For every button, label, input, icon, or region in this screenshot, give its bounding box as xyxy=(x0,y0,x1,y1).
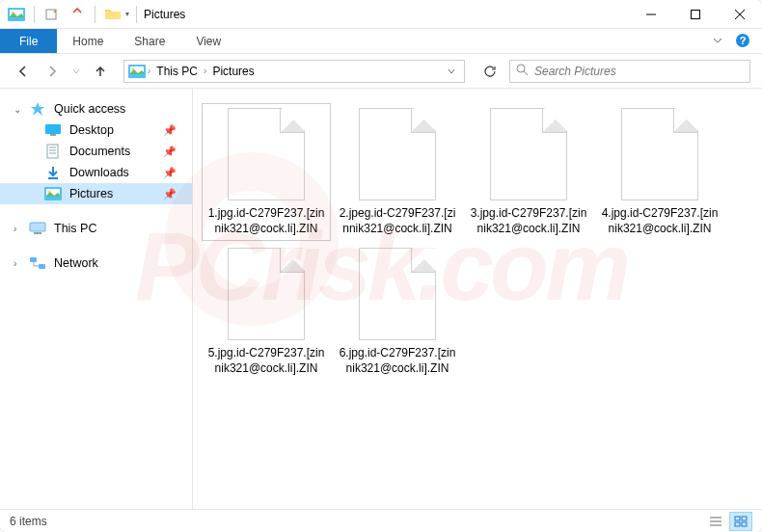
chevron-right-icon[interactable]: › xyxy=(148,66,150,76)
svg-text:?: ? xyxy=(740,35,747,46)
nav-up-button[interactable] xyxy=(89,60,112,83)
sidebar-this-pc[interactable]: › This PC xyxy=(0,218,192,239)
file-name: 5.jpg.id-C279F237.[zinnik321@cock.li].ZI… xyxy=(206,346,326,376)
help-icon[interactable]: ? xyxy=(735,33,750,52)
sidebar-item-label: Downloads xyxy=(69,166,129,179)
file-item[interactable]: 4.jpg.id-C279F237.[zinnik321@cock.li].ZI… xyxy=(596,104,723,240)
svg-rect-25 xyxy=(30,223,45,231)
refresh-button[interactable] xyxy=(476,60,503,83)
file-thumbnail-icon xyxy=(228,108,305,200)
svg-rect-17 xyxy=(47,145,58,158)
chevron-right-icon[interactable]: › xyxy=(204,66,206,76)
address-bar[interactable]: › This PC › Pictures xyxy=(123,60,465,83)
downloads-icon xyxy=(44,164,62,181)
quick-access-properties-icon[interactable] xyxy=(67,4,88,25)
nav-toolbar: › This PC › Pictures xyxy=(0,54,762,89)
svg-rect-33 xyxy=(742,517,747,520)
svg-rect-32 xyxy=(735,517,740,520)
file-thumbnail-icon xyxy=(359,248,436,340)
svg-rect-35 xyxy=(742,522,747,526)
qat-dropdown-icon[interactable]: ▾ xyxy=(125,10,129,18)
ribbon-expand-icon[interactable] xyxy=(712,33,723,50)
nav-back-button[interactable] xyxy=(12,60,35,83)
caret-right-icon[interactable]: › xyxy=(14,224,16,234)
pictures-icon xyxy=(44,185,62,202)
desktop-icon xyxy=(44,121,62,139)
folder-icon xyxy=(102,4,123,25)
content-pane[interactable]: 1.jpg.id-C279F237.[zinnik321@cock.li].ZI… xyxy=(193,89,762,509)
minimize-button[interactable] xyxy=(629,0,673,29)
caret-right-icon[interactable]: › xyxy=(14,258,16,269)
address-location-icon xyxy=(128,63,146,80)
maximize-button[interactable] xyxy=(673,0,718,29)
documents-icon xyxy=(44,143,62,160)
ribbon-tab-home[interactable]: Home xyxy=(57,29,119,53)
ribbon-tab-view[interactable]: View xyxy=(180,29,236,53)
sidebar-item-documents[interactable]: Documents 📌 xyxy=(0,141,192,162)
star-icon xyxy=(29,100,46,118)
file-item[interactable]: 6.jpg.id-C279F237.[zinnik321@cock.li].ZI… xyxy=(334,244,461,380)
search-icon xyxy=(516,63,529,80)
nav-recent-dropdown[interactable] xyxy=(69,60,83,83)
file-item[interactable]: 5.jpg.id-C279F237.[zinnik321@cock.li].ZI… xyxy=(203,244,330,380)
quick-access-new-icon[interactable] xyxy=(41,4,63,25)
search-box[interactable] xyxy=(509,60,750,83)
ribbon-file-tab[interactable]: File xyxy=(0,29,57,53)
view-thumbnails-button[interactable] xyxy=(729,512,752,531)
view-details-button[interactable] xyxy=(704,512,727,531)
breadcrumb-this-pc[interactable]: This PC xyxy=(152,65,202,78)
address-dropdown-icon[interactable] xyxy=(443,63,460,80)
file-name: 4.jpg.id-C279F237.[zinnik321@cock.li].ZI… xyxy=(600,206,720,236)
sidebar-item-label: Documents xyxy=(69,145,130,158)
status-bar: 6 items xyxy=(0,509,762,532)
title-bar: ▾ Pictures xyxy=(0,0,762,29)
sidebar-label: Quick access xyxy=(54,102,125,116)
svg-rect-27 xyxy=(30,257,37,262)
file-item[interactable]: 1.jpg.id-C279F237.[zinnik321@cock.li].ZI… xyxy=(203,104,330,240)
sidebar-label: Network xyxy=(54,256,98,270)
pin-icon: 📌 xyxy=(163,146,177,158)
pin-icon: 📌 xyxy=(163,124,177,137)
sidebar-item-downloads[interactable]: Downloads 📌 xyxy=(0,162,192,183)
svg-point-13 xyxy=(517,65,525,72)
file-thumbnail-icon xyxy=(228,248,305,340)
svg-rect-5 xyxy=(692,10,700,18)
computer-icon xyxy=(29,220,46,237)
close-button[interactable] xyxy=(718,0,762,29)
sidebar-item-desktop[interactable]: Desktop 📌 xyxy=(0,120,192,141)
pin-icon: 📌 xyxy=(163,167,177,179)
status-item-count: 6 items xyxy=(10,515,47,528)
file-name: 3.jpg.id-C279F237.[zinnik321@cock.li].ZI… xyxy=(469,206,588,236)
pin-icon: 📌 xyxy=(163,188,177,200)
network-icon xyxy=(29,254,46,272)
file-thumbnail-icon xyxy=(359,108,436,200)
file-item[interactable]: 2.jpeg.id-C279F237.[zinnik321@cock.li].Z… xyxy=(334,104,461,240)
sidebar-item-label: Pictures xyxy=(69,187,113,200)
svg-rect-34 xyxy=(735,522,740,526)
file-thumbnail-icon xyxy=(621,108,698,200)
svg-line-14 xyxy=(524,71,528,75)
svg-rect-15 xyxy=(45,124,61,134)
nav-forward-button[interactable] xyxy=(41,60,64,83)
file-name: 6.jpg.id-C279F237.[zinnik321@cock.li].ZI… xyxy=(338,346,457,376)
sidebar: ⌄ Quick access Desktop 📌 Documents 📌 Dow xyxy=(0,89,193,509)
search-input[interactable] xyxy=(534,65,744,78)
ribbon-tab-share[interactable]: Share xyxy=(119,29,180,53)
file-name: 2.jpeg.id-C279F237.[zinnik321@cock.li].Z… xyxy=(338,206,457,236)
sidebar-network[interactable]: › Network xyxy=(0,253,192,274)
file-name: 1.jpg.id-C279F237.[zinnik321@cock.li].ZI… xyxy=(206,206,326,236)
ribbon: File Home Share View ? xyxy=(0,29,762,54)
svg-rect-26 xyxy=(34,232,41,234)
file-thumbnail-icon xyxy=(490,108,567,200)
sidebar-item-pictures[interactable]: Pictures 📌 xyxy=(0,183,192,204)
app-icon xyxy=(6,4,27,25)
svg-rect-28 xyxy=(39,264,45,269)
sidebar-quick-access[interactable]: ⌄ Quick access xyxy=(0,98,192,120)
breadcrumb-pictures[interactable]: Pictures xyxy=(208,65,258,78)
sidebar-item-label: Desktop xyxy=(69,123,114,137)
sidebar-label: This PC xyxy=(54,222,96,235)
svg-rect-16 xyxy=(50,134,56,136)
window-title: Pictures xyxy=(144,8,185,21)
caret-down-icon[interactable]: ⌄ xyxy=(14,104,21,115)
file-item[interactable]: 3.jpg.id-C279F237.[zinnik321@cock.li].ZI… xyxy=(465,104,592,240)
